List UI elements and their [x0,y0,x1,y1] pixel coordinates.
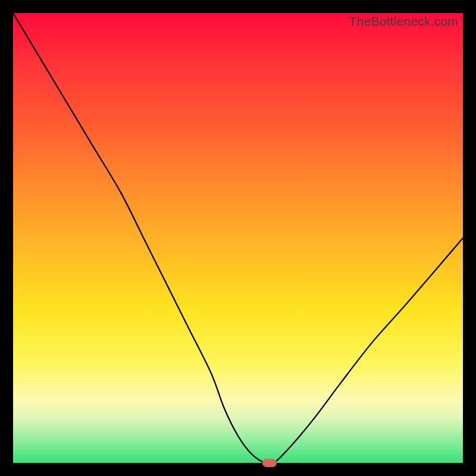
bottleneck-curve [13,13,463,463]
chart-frame: TheBottleneck.com [0,0,476,476]
optimal-point-marker [262,459,277,467]
plot-area: TheBottleneck.com [13,13,463,463]
